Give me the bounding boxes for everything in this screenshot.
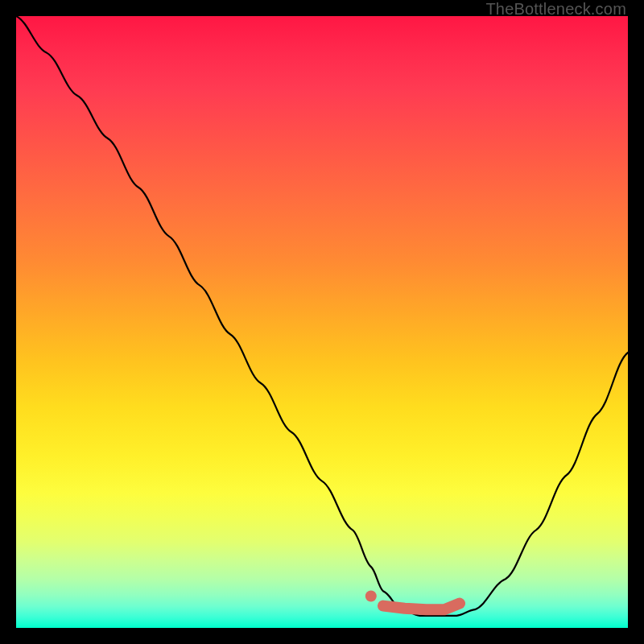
marker-dot: [365, 591, 377, 602]
marker-band: [383, 604, 460, 610]
chart-frame: [16, 16, 628, 628]
bottleneck-curve: [16, 16, 628, 616]
plot-area: [16, 16, 628, 628]
chart-svg: [16, 16, 628, 628]
markers-group: [365, 591, 460, 610]
